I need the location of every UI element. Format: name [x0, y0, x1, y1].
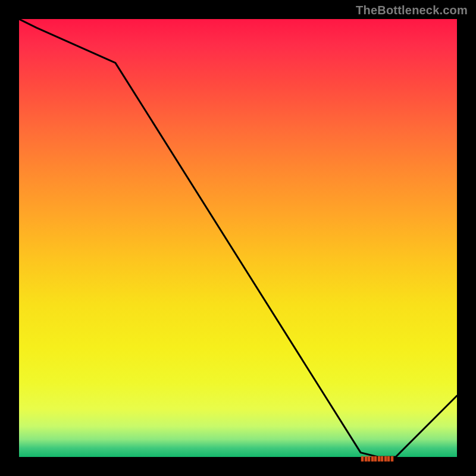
attribution-text: TheBottleneck.com — [356, 4, 468, 17]
optimum-marker: ▮▮▮▮▮▮▮▮▮▮ — [361, 455, 393, 462]
line-series — [19, 19, 457, 457]
series-line — [19, 19, 457, 457]
chart-container: TheBottleneck.com ▮▮▮▮▮▮▮▮▮▮ — [0, 0, 476, 476]
plot-area: ▮▮▮▮▮▮▮▮▮▮ — [19, 19, 457, 457]
